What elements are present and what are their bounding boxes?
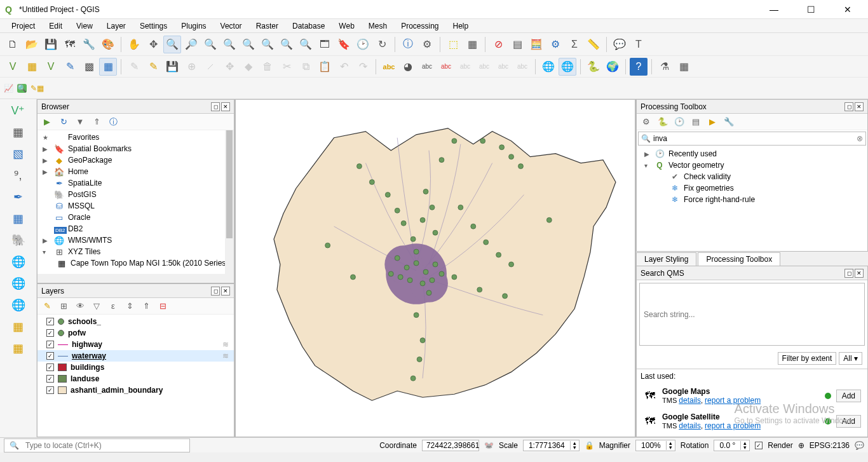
deselect-icon[interactable]: ⊘ [489,36,507,53]
remove-layer-icon[interactable]: ⊟ [157,301,168,312]
close-panel-button[interactable]: ✕ [855,102,864,111]
expression-icon[interactable]: ε [107,301,119,312]
close-panel-button[interactable]: ✕ [221,287,230,296]
pan-icon[interactable]: ✋ [125,36,143,53]
chip-icon[interactable]: ▩ [80,58,98,76]
postgis-icon[interactable]: 🐘 [10,231,27,249]
filter-layers-icon[interactable]: ▽ [91,301,102,312]
annotation-icon[interactable]: T [630,36,648,53]
browser-item[interactable]: 🐘PostGIS [37,189,234,200]
globe-search-icon[interactable]: 🌐 [559,58,576,76]
add-raster-icon[interactable]: ▦ [23,58,41,76]
expand-icon[interactable]: ⇕ [124,301,135,312]
layer-checkbox[interactable]: ✓ [46,386,54,394]
refresh-icon[interactable]: ↻ [373,36,391,53]
locator-input[interactable] [22,440,187,451]
tab-layer-styling[interactable]: Layer Styling [636,252,696,266]
processing-item[interactable]: ❄Force right-hand-rule [639,194,865,205]
delete-icon[interactable]: 🗑 [259,58,276,76]
rotation-input[interactable]: 0.0 °▴▾ [714,440,750,451]
globe-icon[interactable]: 🌐 [539,58,557,76]
layer-item[interactable]: ✓highway≋ [37,339,234,350]
layer-item[interactable]: ✓buildings [37,362,234,373]
measure-icon[interactable]: 📏 [585,36,602,53]
new-project-icon[interactable]: 🗋 [4,36,22,53]
add-layer-icon[interactable]: ▶ [41,116,53,128]
style-icon[interactable]: ✎ [41,301,53,312]
pencil-icon[interactable]: ✎ [61,58,79,76]
browser-item[interactable]: ▶🏠Home [37,166,234,177]
save-edits-icon[interactable]: 💾 [163,58,181,76]
menu-database[interactable]: Database [286,20,331,32]
save-project-icon[interactable]: 💾 [42,36,60,53]
browser-item-child[interactable]: ▦Cape Town Topo Map NGI 1:50k (2010 Seri… [37,257,234,269]
processing-tree[interactable]: ▶🕑Recently used▾QVector geometry✔Check v… [637,146,867,251]
new-shapefile-icon[interactable]: V [42,58,60,76]
zoom-in-icon[interactable]: 🔍 [163,36,181,53]
menu-processing[interactable]: Processing [395,20,445,32]
browser-item[interactable]: ★Favorites [37,132,234,143]
raster-grid-icon[interactable]: ▦ [10,123,27,141]
layer-item[interactable]: ✓waterway≋ [37,350,234,362]
zoom-out-icon[interactable]: 🔎 [182,36,200,53]
browser-item[interactable]: ▶🔖Spatial Bookmarks [37,143,234,154]
paste-icon[interactable]: 📋 [316,58,334,76]
zoom-next-icon[interactable]: 🔍 [297,36,315,53]
wcs-icon[interactable]: 🌐 [10,275,27,292]
temporal-icon[interactable]: 🕑 [354,36,372,53]
vtile-icon[interactable]: ▦ [10,339,27,357]
menu-project[interactable]: Project [5,20,41,32]
add-group-icon[interactable]: ⊞ [58,301,69,312]
identify-icon[interactable]: ⓘ [399,36,417,53]
browser-item[interactable]: ⛁MSSQL [37,200,234,212]
coord-value[interactable]: 724422,398661 [422,440,479,451]
properties-icon[interactable]: ⓘ [107,116,119,128]
dock-button[interactable]: ◻ [844,269,853,278]
wms-icon[interactable]: 🌐 [10,253,27,271]
new-virtual-icon[interactable]: ▦ [99,58,117,76]
zoom-last-icon[interactable]: 🔍 [278,36,295,53]
python-icon[interactable]: 🐍 [657,116,668,128]
map-canvas[interactable] [235,99,635,437]
menu-vector[interactable]: Vector [214,20,248,32]
help-icon[interactable]: ? [630,58,648,76]
edit-yellow-icon[interactable]: ✎▦ [31,84,44,93]
details-link[interactable]: details [679,421,701,430]
menu-plugins[interactable]: Plugins [175,20,212,32]
zoom-selection-icon[interactable]: 🔍 [240,36,257,53]
virtual-layer-icon[interactable]: ▦ [10,210,27,228]
open-project-icon[interactable]: 📂 [23,36,41,53]
filter-all-select[interactable]: All ▾ [839,352,862,365]
maximize-button[interactable]: ☐ [798,1,824,18]
zoom-full-icon[interactable]: 🔍 [220,36,238,53]
browser-item[interactable]: ▾⊞XYZ Tiles [37,246,234,257]
close-button[interactable]: ✕ [835,1,860,18]
wfs-icon[interactable]: 🌐 [10,296,27,314]
csv-layer-icon[interactable]: ⁹, [10,166,27,184]
qms-search-input[interactable] [639,283,865,346]
layer-checkbox[interactable]: ✓ [46,352,54,360]
browser-tree[interactable]: ★Favorites▶🔖Spatial Bookmarks▶◆GeoPackag… [37,130,234,274]
zoom-native-icon[interactable]: 🔍 [201,36,219,53]
action-icon[interactable]: ⚙ [418,36,436,53]
processing-search[interactable]: 🔍 ⊗ [638,132,866,146]
menu-edit[interactable]: Edit [43,20,69,32]
cut-icon[interactable]: ✂ [278,58,295,76]
maptips-icon[interactable]: 💬 [611,36,628,53]
filter-browser-icon[interactable]: ▼ [74,116,86,128]
zoom-layer-icon[interactable]: 🔍 [259,36,276,53]
select-icon[interactable]: ⬚ [444,36,462,53]
select-value-icon[interactable]: ▦ [463,36,481,53]
add-feature-icon[interactable]: ⊕ [182,58,200,76]
label-show-icon[interactable]: abc [456,58,474,76]
field-calc-icon[interactable]: 🧮 [527,36,545,53]
vector-layer-icon[interactable]: V⁺ [10,102,27,119]
search-green-icon[interactable]: 🔍 [17,84,27,93]
graph-icon[interactable]: 📈 [4,84,13,93]
label-abc-icon[interactable]: abc [380,58,398,76]
close-panel-button[interactable]: ✕ [855,269,864,278]
layer-item[interactable]: ✓landuse [37,373,234,384]
undo-icon[interactable]: ↶ [335,58,353,76]
menu-raster[interactable]: Raster [250,20,285,32]
menu-help[interactable]: Help [447,20,475,32]
